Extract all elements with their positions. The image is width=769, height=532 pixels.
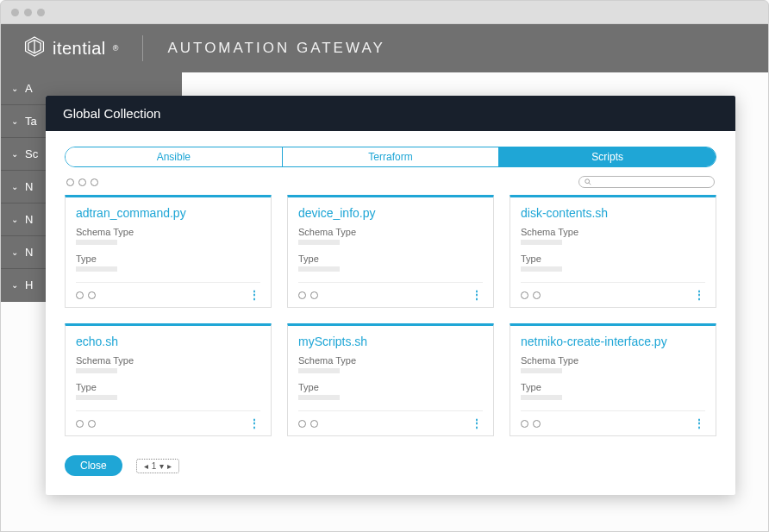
brand: itential ® bbox=[23, 35, 118, 61]
script-card[interactable]: netmiko-create-interface.py Schema Type … bbox=[510, 323, 716, 436]
search-input[interactable] bbox=[578, 176, 715, 188]
next-page-icon[interactable]: ▸ bbox=[167, 461, 172, 471]
placeholder-bar bbox=[521, 368, 562, 373]
type-label: Type bbox=[521, 253, 705, 264]
placeholder-bar bbox=[298, 240, 340, 245]
sidebar-item-label: H bbox=[25, 279, 33, 291]
toolbar-dots[interactable] bbox=[66, 178, 98, 186]
placeholder-bar bbox=[76, 240, 117, 245]
chevron-down-icon: ⌄ bbox=[11, 280, 18, 290]
close-button[interactable]: Close bbox=[65, 455, 122, 476]
page-title: AUTOMATION GATEWAY bbox=[167, 40, 384, 57]
type-label: Type bbox=[521, 382, 705, 392]
more-vert-icon[interactable]: ⋮ bbox=[249, 417, 260, 429]
app-header: itential ® AUTOMATION GATEWAY bbox=[1, 24, 768, 72]
script-card[interactable]: myScripts.sh Schema Type Type ⋮ bbox=[287, 323, 494, 436]
dot-icon bbox=[310, 291, 318, 299]
dot-icon bbox=[533, 420, 541, 428]
card-footer: ⋮ bbox=[76, 410, 260, 435]
dot-icon bbox=[298, 291, 306, 299]
placeholder-bar bbox=[521, 240, 562, 245]
brand-name: itential bbox=[53, 39, 106, 59]
chevron-down-icon: ⌄ bbox=[11, 149, 18, 159]
tab-ansible[interactable]: Ansible bbox=[66, 147, 283, 166]
tab-scripts[interactable]: Scripts bbox=[499, 147, 716, 166]
global-collection-modal: Global Collection Ansible Terraform Scri… bbox=[46, 96, 735, 495]
toolbar bbox=[66, 176, 715, 188]
card-footer: ⋮ bbox=[76, 282, 260, 307]
chrome-dot bbox=[37, 9, 45, 16]
card-title: adtran_command.py bbox=[76, 206, 260, 220]
placeholder-bar bbox=[76, 368, 117, 373]
script-card[interactable]: adtran_command.py Schema Type Type ⋮ bbox=[65, 195, 272, 308]
prev-page-icon[interactable]: ◂ bbox=[144, 461, 148, 471]
cards-grid: adtran_command.py Schema Type Type ⋮ de bbox=[65, 195, 716, 436]
chevron-down-icon: ⌄ bbox=[11, 84, 18, 93]
modal-footer: Close ◂ 1 ▾ ▸ bbox=[65, 455, 716, 476]
sidebar-item-label: N bbox=[25, 213, 33, 226]
more-vert-icon[interactable]: ⋮ bbox=[694, 417, 705, 429]
schema-type-label: Schema Type bbox=[521, 227, 705, 237]
schema-type-label: Schema Type bbox=[521, 355, 705, 366]
dot-icon bbox=[310, 420, 318, 428]
brand-registered: ® bbox=[113, 44, 119, 53]
card-title: myScripts.sh bbox=[298, 335, 483, 348]
modal-title: Global Collection bbox=[46, 96, 735, 131]
chevron-down-icon: ⌄ bbox=[11, 247, 18, 257]
dot-icon bbox=[76, 291, 84, 299]
browser-chrome bbox=[0, 0, 769, 24]
sidebar-item-label: N bbox=[25, 180, 33, 193]
dot-icon bbox=[88, 420, 96, 428]
placeholder-bar bbox=[521, 395, 562, 400]
script-card[interactable]: disk-contents.sh Schema Type Type ⋮ bbox=[510, 195, 716, 308]
schema-type-label: Schema Type bbox=[298, 355, 483, 366]
placeholder-bar bbox=[298, 368, 340, 373]
dot-icon bbox=[298, 420, 306, 428]
more-vert-icon[interactable]: ⋮ bbox=[249, 289, 260, 301]
card-action-dots[interactable] bbox=[521, 291, 541, 299]
card-action-dots[interactable] bbox=[76, 291, 96, 299]
schema-type-label: Schema Type bbox=[76, 227, 260, 237]
header-divider bbox=[142, 35, 143, 61]
svg-point-3 bbox=[585, 179, 590, 184]
page-caret-icon[interactable]: ▾ bbox=[159, 461, 164, 471]
chrome-dot bbox=[11, 9, 19, 16]
dot-icon bbox=[521, 291, 528, 299]
schema-type-label: Schema Type bbox=[298, 227, 483, 237]
card-action-dots[interactable] bbox=[298, 420, 318, 428]
tab-terraform[interactable]: Terraform bbox=[283, 147, 500, 166]
card-footer: ⋮ bbox=[521, 282, 705, 307]
placeholder-bar bbox=[521, 266, 562, 272]
chevron-down-icon: ⌄ bbox=[11, 116, 18, 126]
more-vert-icon[interactable]: ⋮ bbox=[472, 289, 483, 301]
script-card[interactable]: echo.sh Schema Type Type ⋮ bbox=[65, 323, 272, 436]
card-action-dots[interactable] bbox=[76, 420, 96, 428]
sidebar-item-label: A bbox=[25, 82, 33, 95]
diamond-logo-icon bbox=[23, 35, 46, 61]
toolbar-dot-icon bbox=[66, 178, 74, 186]
more-vert-icon[interactable]: ⋮ bbox=[694, 289, 705, 301]
type-label: Type bbox=[298, 382, 483, 392]
placeholder-bar bbox=[76, 266, 117, 272]
more-vert-icon[interactable]: ⋮ bbox=[472, 417, 483, 429]
search-icon bbox=[585, 178, 591, 185]
toolbar-dot-icon bbox=[91, 178, 98, 186]
type-label: Type bbox=[298, 253, 483, 264]
script-card[interactable]: device_info.py Schema Type Type ⋮ bbox=[287, 195, 494, 308]
card-title: echo.sh bbox=[76, 335, 260, 348]
chevron-down-icon: ⌄ bbox=[11, 182, 18, 191]
paginator[interactable]: ◂ 1 ▾ ▸ bbox=[136, 459, 180, 473]
tabs: Ansible Terraform Scripts bbox=[65, 147, 716, 167]
schema-type-label: Schema Type bbox=[76, 355, 260, 366]
card-action-dots[interactable] bbox=[298, 291, 318, 299]
chevron-down-icon: ⌄ bbox=[11, 215, 18, 224]
type-label: Type bbox=[76, 382, 260, 392]
card-title: disk-contents.sh bbox=[521, 206, 705, 220]
card-action-dots[interactable] bbox=[521, 420, 541, 428]
dot-icon bbox=[533, 291, 541, 299]
dot-icon bbox=[76, 420, 84, 428]
card-title: device_info.py bbox=[298, 206, 483, 220]
type-label: Type bbox=[76, 253, 260, 264]
placeholder-bar bbox=[76, 395, 117, 400]
dot-icon bbox=[88, 291, 96, 299]
